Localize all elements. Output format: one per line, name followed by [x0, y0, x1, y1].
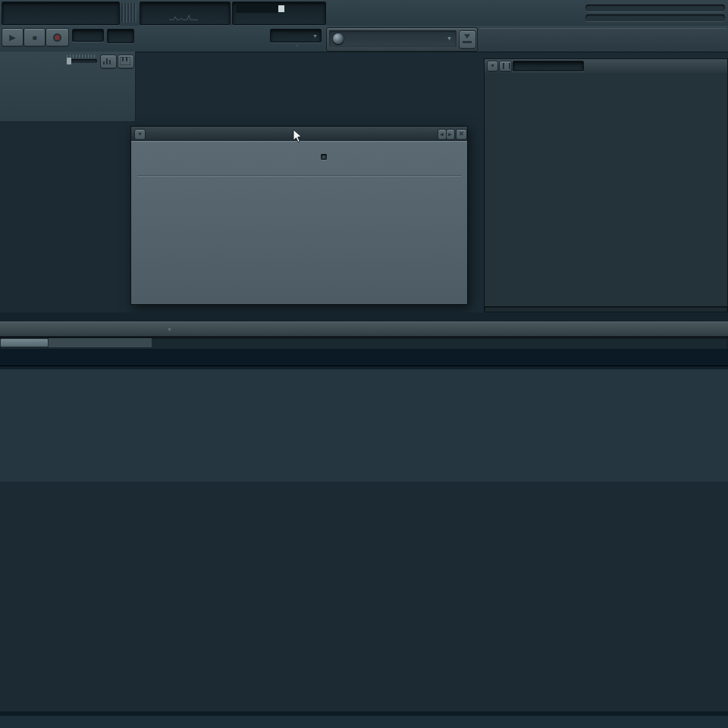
mini-preview-row: [0, 104, 135, 115]
close-icon: ✕: [459, 130, 464, 137]
news-download-button[interactable]: [459, 30, 476, 49]
oversample-led[interactable]: [321, 154, 327, 160]
prev-arrow-icon: ◀: [440, 131, 444, 136]
step-row: [0, 77, 135, 99]
swing-slider-handle[interactable]: [67, 58, 71, 64]
record-icon: [53, 33, 61, 42]
playlist-titlebar[interactable]: ▼: [0, 322, 728, 337]
mixer-window: ▼: [484, 58, 728, 312]
plugin-menu-button[interactable]: ▼: [134, 129, 146, 140]
toolbar-groove-top: [585, 5, 725, 11]
stop-icon: ■: [32, 33, 36, 42]
plugin-body: [131, 141, 467, 304]
mixer-dock-button[interactable]: [499, 61, 512, 72]
step-sequencer-window: [0, 52, 136, 122]
swing-slider-ticks: [67, 55, 97, 58]
mixer-strips: [485, 73, 727, 306]
pattern-display[interactable]: [107, 29, 134, 43]
news-globe-icon: [333, 33, 344, 44]
menu-arrow-icon: ▼: [490, 63, 495, 68]
audio-clip-track[interactable]: [0, 369, 728, 482]
dock-bars-icon: [503, 63, 510, 69]
plugin-window: ▼ ◀ ▶ ✕: [130, 126, 468, 305]
mixer-menu-button[interactable]: ▼: [487, 61, 498, 72]
record-toggles: [140, 27, 267, 51]
snap-label: ∩: [296, 43, 300, 48]
snap-dropdown[interactable]: ▼: [270, 29, 322, 42]
record-button[interactable]: [46, 28, 69, 47]
news-dropdown-arrow-icon[interactable]: ▼: [447, 36, 452, 41]
playlist-gap: [0, 312, 728, 322]
plugin-menu-arrow-icon: ▼: [137, 131, 143, 136]
plugin-next-button[interactable]: ▶: [446, 129, 455, 140]
swing-slider[interactable]: [67, 59, 97, 63]
keyboard-editor-button[interactable]: [118, 55, 134, 69]
playlist-title-arrow-icon: ▼: [167, 327, 172, 332]
download-tray-icon: [463, 41, 472, 43]
stop-button[interactable]: ■: [24, 28, 46, 47]
toolbar-groove-bottom: [585, 14, 725, 21]
graph-editor-button[interactable]: [100, 55, 117, 69]
mixer-display: [513, 61, 584, 71]
mouse-cursor: [293, 129, 303, 144]
playlist-scrollbar-handle[interactable]: [0, 338, 49, 347]
fl-studio-app: ▶ ■ ▼ ∩ ▼: [0, 0, 728, 728]
next-arrow-icon: ▶: [448, 131, 452, 136]
download-icon: [464, 34, 470, 39]
playlist-scrollbar[interactable]: [0, 337, 728, 349]
plugin-close-button[interactable]: ✕: [456, 129, 467, 140]
news-bar-inset: [329, 30, 457, 47]
magnet-icon: ∩: [296, 43, 300, 48]
plugin-top-groove: [137, 175, 461, 176]
play-button[interactable]: ▶: [2, 28, 24, 47]
mixer-scrollbar[interactable]: [485, 306, 727, 312]
toolbar-filler: [479, 28, 726, 49]
news-bar[interactable]: ▼: [326, 27, 478, 52]
tempo-display[interactable]: [72, 29, 104, 42]
play-icon: ▶: [9, 33, 15, 42]
mixer-titlebar[interactable]: ▼: [485, 59, 727, 73]
next-track-row[interactable]: [0, 716, 728, 728]
playlist-timeline[interactable]: [0, 349, 728, 366]
snap-dropdown-arrow-icon: ▼: [312, 33, 318, 39]
playlist-scrollbar-range: [49, 338, 152, 347]
